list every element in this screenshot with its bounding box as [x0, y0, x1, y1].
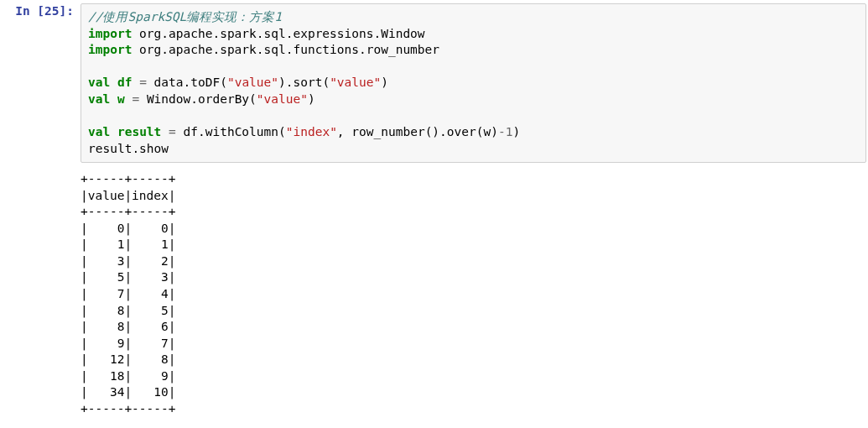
expr: ).sort(: [278, 76, 330, 89]
code-input[interactable]: //使用SparkSQL编程实现：方案1 import org.apache.s…: [81, 3, 866, 163]
kw-val: val: [88, 76, 110, 89]
kw-import: import: [88, 43, 132, 56]
comma: ,: [337, 125, 351, 138]
var-result: result: [117, 125, 161, 138]
expr: row_number().over(w): [351, 125, 498, 138]
expr: data.toDF(: [154, 76, 227, 89]
input-prompt: In [25]:: [2, 3, 81, 20]
expr-show: result.show: [88, 142, 169, 155]
expr: Window.orderBy(: [147, 92, 257, 106]
str: "value": [227, 76, 278, 89]
str: "value": [330, 76, 381, 89]
code-comment: //使用SparkSQL编程实现：方案1: [88, 10, 282, 23]
import-path-2: org.apache.spark.sql.functions.row_numbe…: [132, 43, 439, 56]
output-table: +-----+-----+ |value|index| +-----+-----…: [81, 171, 866, 417]
expr: ): [381, 76, 388, 89]
eq: =: [125, 92, 147, 106]
expr: df.withColumn(: [184, 125, 286, 138]
minus-op: -: [498, 125, 506, 138]
output-area: +-----+-----+ |value|index| +-----+-----…: [79, 163, 868, 419]
var-df: df: [117, 76, 132, 89]
code-block: //使用SparkSQL编程实现：方案1 import org.apache.s…: [88, 9, 859, 157]
eq: =: [161, 125, 183, 138]
str: "index": [286, 125, 337, 138]
kw-val: val: [88, 125, 110, 138]
import-path-1: org.apache.spark.sql.expressions.Window: [132, 27, 424, 40]
expr: ): [512, 125, 520, 138]
str: "value": [257, 92, 308, 106]
notebook-cell: In [25]: //使用SparkSQL编程实现：方案1 import org…: [0, 0, 868, 163]
kw-val: val: [88, 92, 110, 106]
var-w: w: [117, 92, 125, 106]
eq: =: [132, 76, 153, 89]
expr: ): [308, 92, 315, 106]
kw-import: import: [88, 27, 132, 40]
